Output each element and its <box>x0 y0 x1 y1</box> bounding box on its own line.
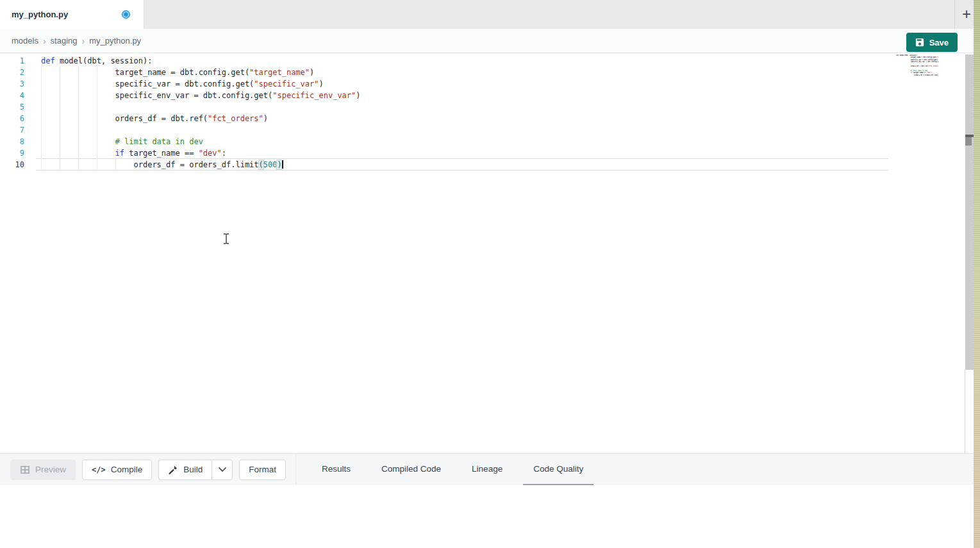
code-content[interactable]: def model(dbt, session): target_name = d… <box>41 55 361 170</box>
toolbar-divider <box>295 454 296 486</box>
file-tab-label: my_python.py <box>12 10 68 19</box>
code-icon: </> <box>92 465 106 474</box>
chevron-right-icon: › <box>43 36 46 46</box>
code-editor[interactable]: 12345678910 def model(dbt, session): tar… <box>0 53 974 453</box>
floppy-disk-icon <box>915 38 924 47</box>
format-button[interactable]: Format <box>239 460 286 480</box>
minimap[interactable]: def model(dbt, session): target_name = d… <box>896 54 938 81</box>
file-tab-my-python[interactable]: my_python.py <box>0 0 144 29</box>
tab-compiled-code[interactable]: Compiled Code <box>371 454 451 486</box>
scrollbar-thumb[interactable] <box>965 137 972 145</box>
tab-bar-divider <box>954 0 955 29</box>
preview-button-label: Preview <box>35 465 66 474</box>
format-button-label: Format <box>249 465 276 474</box>
breadcrumb-item-file[interactable]: my_python.py <box>89 36 141 46</box>
preview-button[interactable]: Preview <box>10 460 76 480</box>
editor-toolbar: Preview </> Compile Build Format Results… <box>0 453 974 485</box>
file-tab-bar: my_python.py + <box>0 0 974 29</box>
result-panel-tabs: Results Compiled Code Lineage Code Quali… <box>306 454 599 486</box>
save-button-label: Save <box>929 38 949 47</box>
editor-right-border <box>965 370 965 453</box>
tab-code-quality[interactable]: Code Quality <box>523 454 594 486</box>
tab-results[interactable]: Results <box>311 454 361 486</box>
breadcrumb: models › staging › my_python.py Save <box>0 29 974 53</box>
tab-lineage[interactable]: Lineage <box>461 454 513 486</box>
build-split-button: Build <box>158 460 233 480</box>
unsaved-changes-icon <box>122 11 129 18</box>
code-quality-panel <box>0 485 974 548</box>
line-number-gutter: 12345678910 <box>0 55 31 170</box>
breadcrumb-item-staging[interactable]: staging <box>51 36 78 46</box>
save-button[interactable]: Save <box>906 33 958 52</box>
ide-window: my_python.py + models › staging › my_pyt… <box>0 0 980 548</box>
breadcrumb-item-models[interactable]: models <box>12 36 38 46</box>
compile-button[interactable]: </> Compile <box>82 460 152 480</box>
chevron-right-icon: › <box>82 36 85 46</box>
chevron-down-icon <box>218 467 227 472</box>
build-button[interactable]: Build <box>158 460 212 480</box>
window-edge-strip <box>974 0 980 548</box>
build-options-button[interactable] <box>212 460 233 480</box>
build-button-label: Build <box>183 465 203 474</box>
table-icon <box>20 465 30 475</box>
compile-button-label: Compile <box>111 465 143 474</box>
hammer-icon <box>168 465 178 475</box>
text-cursor-pointer <box>222 233 230 244</box>
new-tab-button[interactable]: + <box>958 5 976 23</box>
